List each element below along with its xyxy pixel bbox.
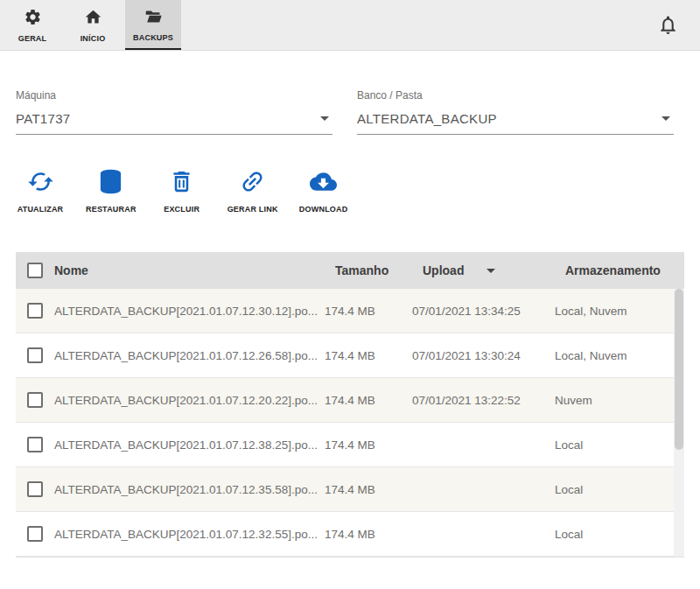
gear-icon — [24, 8, 42, 30]
chevron-down-icon[interactable] — [320, 116, 329, 121]
backup-size: 174.4 MB — [325, 394, 412, 407]
row-checkbox[interactable] — [27, 437, 43, 452]
table-row[interactable]: ALTERDATA_BACKUP[2021.01.07.12.35.58].po… — [16, 467, 674, 512]
backup-upload-date: 07/01/2021 13:34:25 — [412, 305, 555, 318]
backup-upload-date: 07/01/2021 13:30:24 — [412, 349, 555, 362]
column-header-tamanho[interactable]: Tamanho — [335, 263, 423, 277]
table-row[interactable]: ALTERDATA_BACKUP[2021.01.07.12.20.22].po… — [16, 378, 674, 423]
table-row[interactable]: ALTERDATA_BACKUP[2021.01.07.12.32.55].po… — [16, 512, 674, 557]
backup-storage: Local, Nuvem — [555, 349, 674, 362]
refresh-button[interactable]: ATUALIZAR — [16, 168, 65, 214]
link-icon — [239, 168, 266, 199]
restore-button[interactable]: RESTAURAR — [86, 168, 136, 214]
backup-file-name: ALTERDATA_BACKUP[2021.01.07.12.30.12].po… — [54, 305, 325, 318]
delete-label: EXCLUIR — [164, 205, 200, 214]
tab-inicio-label: INÍCIO — [80, 34, 106, 43]
generate-link-button[interactable]: GERAR LINK — [228, 168, 278, 214]
table-header: Nome Tamanho Upload Armazenamento — [16, 252, 684, 289]
backup-size: 174.4 MB — [325, 349, 412, 362]
actions-toolbar: ATUALIZAR RESTAURAR EXCLUIR GERAR LINK D… — [0, 168, 700, 214]
machine-select[interactable]: Máquina PAT1737 — [16, 89, 332, 135]
column-header-upload[interactable]: Upload — [423, 263, 565, 277]
filters-row: Máquina PAT1737 Banco / Pasta ALTERDATA_… — [0, 89, 700, 135]
bank-folder-select[interactable]: Banco / Pasta ALTERDATA_BACKUP — [357, 89, 674, 135]
backup-size: 174.4 MB — [325, 438, 412, 452]
backup-file-name: ALTERDATA_BACKUP[2021.01.07.12.26.58].po… — [54, 349, 325, 362]
tab-backups-label: BACKUPS — [133, 33, 173, 42]
row-checkbox[interactable] — [27, 481, 43, 497]
bank-folder-label: Banco / Pasta — [357, 89, 674, 102]
backup-storage: Local — [555, 438, 674, 452]
cloud-download-icon — [310, 168, 337, 199]
bank-folder-value: ALTERDATA_BACKUP — [357, 111, 497, 126]
backup-storage: Local — [555, 483, 674, 496]
folder-open-icon — [144, 7, 163, 29]
notification-bell-icon[interactable] — [657, 14, 679, 36]
sort-desc-icon[interactable] — [486, 269, 495, 273]
table-body: ALTERDATA_BACKUP[2021.01.07.12.30.12].po… — [16, 289, 674, 557]
tab-geral[interactable]: GERAL — [4, 0, 60, 50]
tab-backups[interactable]: BACKUPS — [125, 0, 181, 50]
backup-upload-date: 07/01/2021 13:22:52 — [412, 394, 555, 407]
database-icon — [97, 168, 124, 199]
column-header-upload-label: Upload — [423, 263, 464, 277]
generate-link-label: GERAR LINK — [228, 205, 278, 214]
tab-inicio[interactable]: INÍCIO — [65, 0, 121, 50]
row-checkbox[interactable] — [27, 347, 43, 363]
select-all-checkbox[interactable] — [27, 263, 43, 278]
machine-value: PAT1737 — [16, 111, 70, 126]
refresh-label: ATUALIZAR — [18, 205, 64, 214]
backup-storage: Local, Nuvem — [555, 305, 674, 318]
vertical-scrollbar[interactable] — [674, 289, 684, 557]
column-header-armazenamento[interactable]: Armazenamento — [565, 263, 684, 277]
chevron-down-icon[interactable] — [662, 116, 670, 121]
backup-file-name: ALTERDATA_BACKUP[2021.01.07.12.38.25].po… — [54, 438, 325, 452]
refresh-icon — [27, 168, 54, 199]
row-checkbox[interactable] — [27, 392, 43, 408]
backup-storage: Local — [555, 528, 674, 541]
backup-size: 174.4 MB — [325, 528, 412, 541]
download-button[interactable]: DOWNLOAD — [299, 168, 348, 214]
restore-label: RESTAURAR — [86, 205, 136, 214]
backups-table: Nome Tamanho Upload Armazenamento ALTERD… — [16, 252, 684, 557]
table-row[interactable]: ALTERDATA_BACKUP[2021.01.07.12.30.12].po… — [16, 289, 674, 333]
top-bar: GERAL INÍCIO BACKUPS — [0, 0, 700, 51]
table-row[interactable]: ALTERDATA_BACKUP[2021.01.07.12.38.25].po… — [16, 423, 674, 467]
backup-size: 174.4 MB — [325, 483, 412, 496]
scrollbar-thumb[interactable] — [675, 289, 683, 450]
home-icon — [84, 8, 102, 30]
tab-geral-label: GERAL — [18, 34, 47, 43]
backup-size: 174.4 MB — [325, 305, 412, 318]
column-header-nome[interactable]: Nome — [54, 263, 335, 277]
download-label: DOWNLOAD — [299, 205, 348, 214]
row-checkbox[interactable] — [27, 526, 43, 542]
backup-file-name: ALTERDATA_BACKUP[2021.01.07.12.20.22].po… — [54, 394, 325, 407]
table-row[interactable]: ALTERDATA_BACKUP[2021.01.07.12.26.58].po… — [16, 333, 674, 378]
backup-file-name: ALTERDATA_BACKUP[2021.01.07.12.32.55].po… — [54, 528, 325, 541]
backup-file-name: ALTERDATA_BACKUP[2021.01.07.12.35.58].po… — [54, 483, 325, 496]
trash-icon — [168, 168, 195, 199]
machine-label: Máquina — [16, 89, 332, 102]
delete-button[interactable]: EXCLUIR — [158, 168, 206, 214]
row-checkbox[interactable] — [27, 303, 43, 319]
backup-storage: Nuvem — [555, 394, 674, 407]
